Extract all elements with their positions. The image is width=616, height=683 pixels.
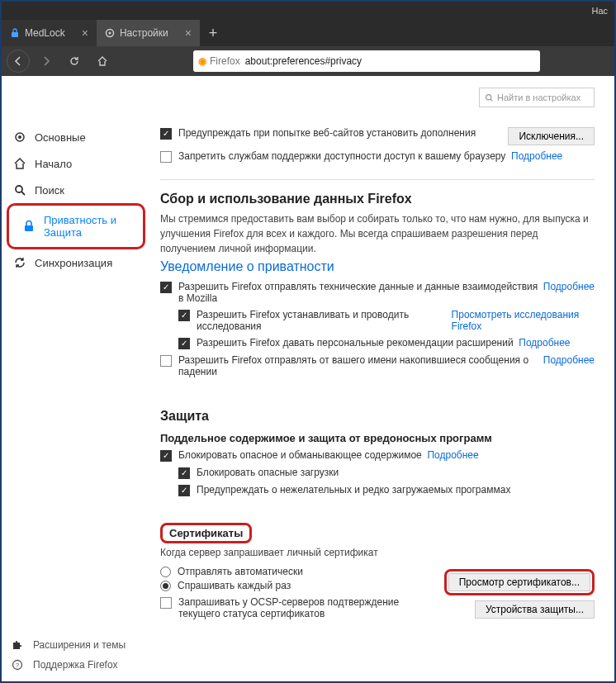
- sidebar-label: Основные: [35, 131, 86, 144]
- window-titlebar: Нас: [2, 2, 614, 20]
- exceptions-button[interactable]: Исключения...: [508, 127, 595, 145]
- sidebar-item-extensions[interactable]: Расширения и темы: [8, 635, 149, 655]
- row-recs: Разрешить Firefox давать персональные ре…: [178, 337, 595, 349]
- sync-icon: [13, 256, 26, 269]
- label-recs: Разрешить Firefox давать персональные ре…: [197, 337, 514, 349]
- sidebar-item-sync[interactable]: Синхронизация: [2, 249, 150, 276]
- label-block-danger: Блокировать опасное и обманывающее содер…: [178, 449, 422, 461]
- checkbox-studies[interactable]: [178, 310, 190, 321]
- view-certificates-button[interactable]: Просмотр сертификатов...: [448, 573, 590, 591]
- row-radio-ask: Спрашивать каждый раз: [160, 580, 444, 591]
- back-button[interactable]: [7, 50, 30, 73]
- checkbox-ocsp[interactable]: [160, 597, 172, 609]
- reload-button[interactable]: [63, 50, 86, 73]
- sidebar-item-privacy[interactable]: Приватность и Защита: [11, 207, 138, 245]
- search-icon: [485, 93, 494, 102]
- link-more-tech[interactable]: Подробнее: [543, 281, 595, 292]
- checkbox-block-danger[interactable]: [160, 450, 172, 462]
- checkbox-block-downloads[interactable]: [178, 467, 190, 479]
- label-ocsp: Запрашивать у OCSP-серверов подтверждени…: [178, 596, 443, 619]
- urlbar-address: about:preferences#privacy: [245, 55, 362, 67]
- tab-strip: MedLock × Настройки × +: [2, 20, 614, 46]
- sidebar-label: Синхронизация: [35, 257, 112, 269]
- highlight-view-certificates: Просмотр сертификатов...: [444, 569, 595, 595]
- preferences-search-input[interactable]: Найти в настройках: [479, 88, 595, 107]
- tab-settings[interactable]: Настройки ×: [97, 20, 200, 46]
- sidebar-bottom: Расширения и темы ? Поддержка Firefox: [8, 635, 149, 675]
- security-devices-button[interactable]: Устройства защиты...: [475, 600, 595, 619]
- row-block-a11y: Запретить службам поддержки доступности …: [160, 150, 595, 163]
- checkbox-recs[interactable]: [178, 338, 190, 349]
- row-crash: Разрешить Firefox отправлять от вашего и…: [160, 354, 595, 377]
- sidebar-item-home[interactable]: Начало: [2, 150, 150, 177]
- link-privacy-notice[interactable]: Уведомление о приватности: [160, 259, 334, 273]
- link-more-danger[interactable]: Подробнее: [427, 449, 478, 461]
- checkbox-crash[interactable]: [160, 355, 172, 367]
- close-icon[interactable]: ×: [82, 26, 88, 40]
- link-more-crash[interactable]: Подробнее: [543, 354, 595, 366]
- svg-point-4: [18, 135, 21, 139]
- sidebar-label: Начало: [35, 158, 72, 170]
- sidebar-item-general[interactable]: Основные: [2, 124, 150, 150]
- svg-rect-6: [25, 225, 33, 231]
- label-tech-data: Разрешить Firefox отправлять технические…: [178, 281, 543, 304]
- row-block-dl: Блокировать опасные загрузки: [178, 467, 595, 479]
- label-send-auto: Отправлять автоматически: [178, 566, 303, 577]
- tab-medlock[interactable]: MedLock ×: [2, 20, 97, 46]
- new-tab-button[interactable]: +: [200, 20, 226, 46]
- row-radio-auto: Отправлять автоматически: [160, 566, 444, 577]
- datacollection-desc: Мы стремимся предоставить вам выбор и со…: [160, 211, 595, 256]
- svg-point-9: [486, 94, 491, 99]
- close-icon[interactable]: ×: [185, 26, 192, 40]
- urlbar-scheme: Firefox: [210, 55, 240, 67]
- label-block-a11y: Запретить службам поддержки доступности …: [178, 150, 505, 162]
- radio-send-auto[interactable]: [160, 567, 171, 577]
- label-block-dl: Блокировать опасные загрузки: [197, 467, 339, 478]
- separator: [160, 179, 595, 180]
- gear-icon: [105, 28, 115, 38]
- svg-text:?: ?: [16, 662, 20, 669]
- question-icon: ?: [12, 659, 25, 671]
- row-studies: Разрешить Firefox устанавливать и провод…: [178, 309, 595, 332]
- section-title-security: Защита: [160, 409, 595, 424]
- sidebar-label: Поддержка Firefox: [33, 659, 118, 671]
- checkbox-block-a11y[interactable]: [160, 151, 172, 163]
- label-warn-dl: Предупреждать о нежелательных и редко за…: [197, 484, 510, 496]
- sidebar-item-support[interactable]: ? Поддержка Firefox: [8, 655, 149, 675]
- svg-point-5: [16, 186, 22, 192]
- window-title-fragment: Нас: [591, 6, 608, 16]
- svg-point-2: [108, 31, 111, 34]
- search-icon: [13, 183, 26, 197]
- sidebar-label: Приватность и Защита: [44, 214, 126, 239]
- label-ask: Спрашивать каждый раз: [178, 580, 291, 591]
- tab-label: Настройки: [120, 27, 168, 39]
- label-crash: Разрешить Firefox отправлять от вашего и…: [178, 354, 543, 377]
- content-area: Основные Начало Поиск Приватность и Защи…: [2, 76, 614, 681]
- subsection-deceptive: Поддельное содержимое и защита от вредон…: [160, 432, 595, 444]
- nav-toolbar: ◉ Firefox about:preferences#privacy: [2, 46, 614, 76]
- link-more-recs[interactable]: Подробнее: [519, 337, 570, 349]
- radio-ask-every-time[interactable]: [160, 581, 171, 591]
- row-tech-data: Разрешить Firefox отправлять технические…: [160, 281, 595, 304]
- link-view-studies[interactable]: Просмотреть исследования Firefox: [452, 309, 595, 332]
- sidebar-item-search[interactable]: Поиск: [2, 177, 150, 203]
- row-block-danger: Блокировать опасное и обманывающее содер…: [160, 449, 595, 462]
- home-button[interactable]: [91, 50, 114, 73]
- firefox-icon: ◉: [198, 55, 206, 67]
- preferences-main: Найти в настройках Предупреждать при поп…: [150, 76, 614, 681]
- url-bar[interactable]: ◉ Firefox about:preferences#privacy: [193, 50, 540, 72]
- row-warn-dl: Предупреждать о нежелательных и редко за…: [178, 484, 595, 496]
- forward-button[interactable]: [35, 50, 58, 73]
- sidebar-label: Поиск: [35, 184, 64, 197]
- puzzle-icon: [12, 639, 25, 651]
- checkbox-warn-addons[interactable]: [160, 128, 172, 140]
- checkbox-warn-downloads[interactable]: [178, 485, 190, 496]
- highlight-privacy-sidebar: Приватность и Защита: [7, 203, 145, 249]
- gear-icon: [13, 130, 26, 144]
- section-title-datacollection: Сбор и использование данных Firefox: [160, 192, 595, 206]
- checkbox-tech-data[interactable]: [160, 282, 172, 293]
- link-more-a11y[interactable]: Подробнее: [511, 150, 562, 162]
- cert-desc: Когда сервер запрашивает личный сертифик…: [160, 545, 595, 560]
- lock-icon: [10, 28, 20, 38]
- svg-rect-0: [12, 32, 18, 37]
